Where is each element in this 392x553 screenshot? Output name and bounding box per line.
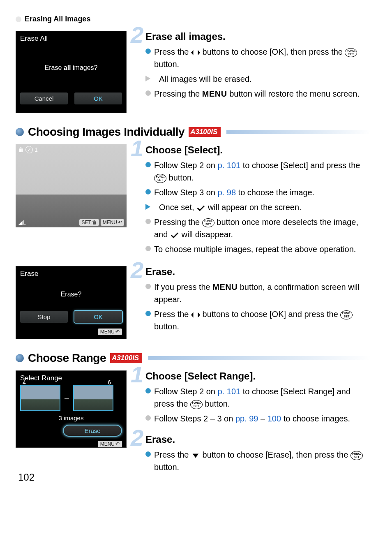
bullet-icon [145, 388, 151, 393]
step-number: 2 [131, 23, 143, 46]
func-set-icon: FUNC.SET [350, 451, 363, 460]
cam-prompt: Erase all images? [20, 43, 122, 93]
section-rule [148, 356, 371, 360]
bullet-icon [145, 415, 151, 421]
check-icon [196, 204, 205, 212]
section-bullet-icon [16, 354, 24, 362]
step-title: Erase. [145, 266, 371, 278]
bullet-text: Follow Steps 2 – 3 on pp. 99 – 100 to ch… [154, 412, 371, 425]
step-title: Choose [Select Range]. [145, 370, 371, 382]
func-set-icon: FUNC.SET [202, 218, 214, 227]
step-erase-all-images: 2 Erase all images. Press the buttons to… [142, 31, 371, 100]
bullet-icon [145, 219, 151, 224]
menu-pill: MENU ↶ [98, 329, 122, 335]
range-count: 3 images [20, 414, 122, 421]
bullet-icon [145, 246, 151, 251]
page-link[interactable]: 100 [267, 414, 281, 423]
left-right-arrows-icon [191, 49, 200, 56]
trash-icon: 🗑 [18, 146, 24, 153]
range-first-thumb: 4 [20, 385, 60, 411]
size-indicator: ◢L [18, 219, 26, 226]
bullet-icon [145, 90, 151, 96]
bullet-text: Pressing the MENU button will restore th… [154, 88, 371, 100]
step-title: Erase all images. [145, 31, 371, 42]
section-choose-range: Choose Range A3100IS [16, 352, 371, 365]
breadcrumb-dot-icon [16, 16, 21, 22]
bullet-text: Press the buttons to choose [OK], then p… [154, 46, 371, 70]
bullet-text: Pressing the FUNC.SET button once more d… [154, 216, 371, 241]
step-number: 2 [131, 259, 143, 282]
bullet-icon [145, 451, 151, 457]
bullet-icon [145, 49, 151, 54]
menu-pill: MENU ↶ [101, 219, 124, 226]
bullet-text: Follow Step 2 on p. 101 to choose [Selec… [154, 385, 371, 410]
range-last-thumb: 6 [73, 385, 113, 411]
bullet-text: Once set, will appear on the screen. [159, 201, 371, 213]
cam-title: Erase [20, 270, 122, 278]
func-set-icon: FUNC.SET [154, 174, 166, 183]
left-right-arrows-icon [191, 311, 200, 319]
menu-label-icon: MENU [202, 89, 227, 98]
section-title: Choosing Images Individually [28, 125, 184, 139]
cam-ok-button: OK [74, 93, 122, 104]
step-erase: 2 Erase. If you press the MENU button, a… [142, 266, 371, 333]
bullet-text: Press the button to choose [Erase], then… [154, 449, 371, 473]
camera-screen-select-range: Select Range 4 – 6 3 images Erase MENU ↶ [16, 370, 127, 448]
camera-screen-erase-all: Erase All Erase all images? Cancel OK [16, 31, 127, 113]
photo-count: 1 [35, 146, 38, 153]
step-number: 1 [131, 363, 143, 386]
page-number: 102 [18, 472, 35, 483]
cam-stop-button: Stop [20, 311, 68, 323]
func-set-icon: FUNC.SET [340, 310, 353, 319]
range-dash-icon: – [65, 393, 69, 403]
bullet-text: To choose multiple images, repeat the ab… [154, 243, 371, 255]
triangle-bullet-icon [145, 204, 156, 210]
section-choosing-images-individually: Choosing Images Individually A3100IS [16, 125, 371, 139]
page-link[interactable]: p. 98 [218, 188, 236, 197]
menu-label-icon: MENU [212, 282, 238, 292]
func-set-icon: FUNC.SET [190, 400, 203, 409]
page-link[interactable]: p. 101 [218, 161, 241, 170]
page-link[interactable]: pp. 99 [235, 414, 258, 423]
section-bullet-icon [16, 128, 24, 136]
bullet-text: Follow Step 3 on p. 98 to choose the ima… [154, 186, 371, 199]
step-choose-select-range: 1 Choose [Select Range]. Follow Step 2 o… [142, 370, 371, 425]
bullet-icon [145, 162, 151, 167]
section-title: Choose Range [28, 352, 106, 365]
page-link[interactable]: p. 101 [218, 387, 241, 396]
cam-cancel-button: Cancel [20, 93, 68, 104]
menu-pill: MENU ↶ [98, 441, 122, 447]
bullet-text: Follow Step 2 on p. 101 to choose [Selec… [154, 159, 371, 184]
check-icon [170, 231, 179, 239]
triangle-bullet-icon [145, 76, 156, 81]
bullet-icon [145, 311, 151, 316]
model-badge: A3100IS [189, 127, 221, 137]
step-number: 1 [131, 137, 143, 160]
bullet-icon [145, 189, 151, 194]
step-erase-range: 2 Erase. Press the button to choose [Era… [142, 434, 371, 473]
bullet-icon [145, 284, 151, 289]
step-title: Erase. [145, 434, 371, 445]
func-set-icon: FUNC.SET [345, 48, 357, 57]
down-arrow-icon [191, 452, 200, 459]
cam-ok-button: OK [74, 311, 122, 323]
breadcrumb: Erasing All Images [16, 15, 371, 23]
cam-title: Erase All [20, 35, 122, 43]
set-pill: SET 🗑 [79, 219, 99, 226]
camera-screen-photo-select: 🗑 ✓ 1 ◢L SET 🗑 MENU ↶ [16, 144, 127, 227]
bullet-text: If you press the MENU button, a confirma… [154, 281, 371, 305]
cam-erase-button: Erase [63, 425, 122, 437]
step-choose-select: 1 Choose [Select]. Follow Step 2 on p. 1… [142, 144, 371, 255]
check-circle-icon: ✓ [25, 146, 33, 153]
section-rule [226, 130, 371, 134]
breadcrumb-text: Erasing All Images [25, 15, 90, 23]
bullet-text: All images will be erased. [159, 73, 371, 85]
step-title: Choose [Select]. [145, 144, 371, 156]
step-number: 2 [131, 426, 143, 449]
cam-title: Select Range [20, 374, 122, 382]
cam-prompt: Erase? [20, 278, 122, 311]
camera-screen-erase-confirm: Erase Erase? Stop OK MENU ↶ [16, 266, 127, 339]
bullet-text: Press the buttons to choose [OK] and pre… [154, 308, 371, 333]
